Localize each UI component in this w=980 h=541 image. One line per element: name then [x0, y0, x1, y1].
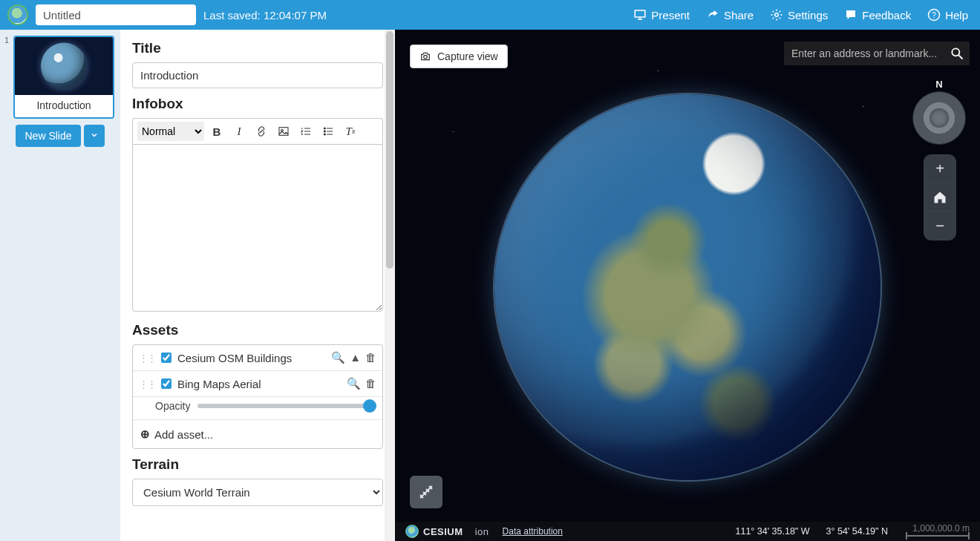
- ruler-icon: [417, 483, 435, 501]
- home-icon: [932, 190, 947, 205]
- compass-ring[interactable]: [912, 91, 966, 145]
- help-button[interactable]: ? Help: [923, 8, 973, 22]
- share-icon: [706, 8, 719, 22]
- svg-text:?: ?: [932, 10, 936, 19]
- monitor-icon: [633, 8, 647, 22]
- svg-point-0: [775, 13, 779, 17]
- assets-heading: Assets: [132, 322, 383, 338]
- infobox-textarea[interactable]: [132, 144, 383, 312]
- search-button[interactable]: [944, 42, 970, 65]
- drag-handle-icon[interactable]: ⋮⋮: [139, 378, 155, 390]
- longitude-label: 111° 34' 35.18" W: [736, 526, 810, 537]
- zoom-to-asset-icon[interactable]: 🔍: [347, 377, 361, 390]
- italic-button[interactable]: I: [229, 122, 249, 141]
- search-icon: [950, 46, 964, 61]
- asset-row: ⋮⋮ Bing Maps Aerial 🔍 🗑: [133, 371, 382, 397]
- slide-number: 1: [4, 36, 9, 45]
- panel-scrollbar[interactable]: [385, 30, 395, 541]
- image-button[interactable]: [274, 122, 293, 141]
- unordered-list-icon: [322, 125, 334, 137]
- latitude-label: 3° 54' 54.19" N: [826, 526, 888, 537]
- story-title-input[interactable]: [36, 4, 196, 25]
- asset-name: Bing Maps Aerial: [177, 378, 261, 390]
- assets-list: ⋮⋮ Cesium OSM Buildings 🔍 ▲ 🗑 ⋮⋮ Bing Ma…: [132, 344, 383, 449]
- link-button[interactable]: [252, 122, 271, 141]
- cesium-brand: CESIUM ion: [405, 525, 489, 538]
- ordered-list-button[interactable]: [296, 122, 316, 141]
- home-view-button[interactable]: [924, 183, 956, 212]
- link-icon: [255, 125, 267, 137]
- measure-tool-button[interactable]: [410, 476, 442, 508]
- new-slide-button[interactable]: New Slide: [16, 125, 80, 147]
- svg-point-6: [324, 131, 325, 132]
- unordered-list-button[interactable]: [318, 122, 338, 141]
- svg-point-8: [424, 55, 428, 59]
- top-bar: Last saved: 12:04:07 PM Present Share Se…: [0, 0, 980, 30]
- gear-icon: [770, 8, 783, 22]
- format-select[interactable]: Normal: [137, 122, 204, 141]
- bold-button[interactable]: B: [207, 122, 226, 141]
- add-asset-button[interactable]: ⊕ Add asset...: [133, 420, 382, 448]
- new-slide-dropdown[interactable]: [84, 125, 105, 147]
- slide-title-input[interactable]: [132, 62, 383, 88]
- delete-asset-icon[interactable]: 🗑: [365, 377, 376, 390]
- asset-row: ⋮⋮ Cesium OSM Buildings 🔍 ▲ 🗑: [133, 345, 382, 371]
- globe[interactable]: [494, 94, 881, 480]
- present-button[interactable]: Present: [629, 8, 694, 22]
- terrain-heading: Terrain: [132, 456, 383, 473]
- svg-point-5: [324, 128, 325, 129]
- style-asset-icon[interactable]: ▲: [350, 351, 361, 364]
- feedback-button[interactable]: Feedback: [840, 8, 915, 22]
- data-attribution-link[interactable]: Data attribution: [503, 526, 563, 537]
- asset-checkbox[interactable]: [161, 353, 172, 363]
- slides-panel: 1 Introduction New Slide: [0, 30, 120, 541]
- question-icon: ?: [927, 8, 941, 22]
- compass-north-label: N: [912, 79, 967, 90]
- asset-opacity-row: Opacity: [133, 397, 382, 420]
- capture-view-button[interactable]: Capture view: [410, 45, 508, 68]
- asset-checkbox[interactable]: [161, 378, 172, 389]
- infobox-toolbar: Normal B I Tx: [132, 118, 383, 144]
- svg-point-7: [324, 134, 325, 135]
- share-button[interactable]: Share: [702, 8, 758, 22]
- app-logo: [7, 4, 28, 25]
- zoom-to-asset-icon[interactable]: 🔍: [331, 351, 345, 364]
- map-viewport[interactable]: Capture view N + − 1,000,000.0 m: [395, 30, 980, 541]
- svg-rect-3: [279, 128, 288, 136]
- last-saved-label: Last saved: 12:04:07 PM: [203, 9, 327, 22]
- zoom-in-button[interactable]: +: [924, 155, 956, 183]
- comment-icon: [844, 8, 858, 22]
- ordered-list-icon: [300, 125, 312, 137]
- settings-button[interactable]: Settings: [765, 8, 832, 22]
- terrain-select[interactable]: Cesium World Terrain: [132, 479, 383, 506]
- clear-format-button[interactable]: Tx: [341, 122, 360, 141]
- title-heading: Title: [132, 40, 383, 56]
- chevron-down-icon: [90, 131, 99, 140]
- svg-point-9: [952, 48, 959, 56]
- delete-asset-icon[interactable]: 🗑: [365, 351, 376, 364]
- infobox-heading: Infobox: [132, 96, 383, 112]
- opacity-slider[interactable]: [197, 404, 376, 408]
- properties-panel: Title Infobox Normal B I Tx Assets ⋮⋮ Ce…: [120, 30, 395, 541]
- opacity-label: Opacity: [155, 400, 190, 412]
- image-icon: [278, 125, 290, 137]
- zoom-out-button[interactable]: −: [924, 212, 956, 240]
- zoom-controls: + −: [924, 154, 956, 240]
- camera-icon: [419, 50, 431, 62]
- asset-name: Cesium OSM Buildings: [177, 352, 292, 364]
- slide-thumbnail-label: Introduction: [15, 95, 113, 117]
- compass-widget[interactable]: N: [912, 79, 967, 145]
- slide-thumbnail[interactable]: Introduction: [13, 36, 114, 119]
- map-footer: CESIUM ion Data attribution 111° 34' 35.…: [395, 522, 980, 541]
- drag-handle-icon[interactable]: ⋮⋮: [139, 353, 155, 364]
- plus-circle-icon: ⊕: [140, 427, 150, 441]
- search-input[interactable]: [784, 42, 944, 65]
- map-search: [784, 42, 970, 65]
